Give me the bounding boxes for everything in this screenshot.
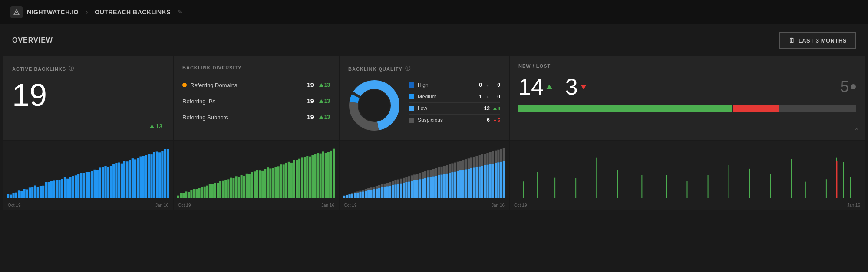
chart4-canvas <box>513 144 861 207</box>
quality-delta-up-icon <box>493 107 497 110</box>
site-name: NIGHTWATCH.IO <box>27 9 79 16</box>
backlink-quality-info-icon[interactable]: ⓘ <box>405 65 411 72</box>
quality-delta-up-red-icon <box>493 119 497 121</box>
chart2-label-left: Oct 19 <box>178 203 191 208</box>
diversity-delta-up-icon <box>319 83 323 87</box>
date-filter-button[interactable]: 🗓 LAST 3 MONTHS <box>779 32 856 49</box>
new-lost-title: NEW / LOST <box>518 63 856 69</box>
active-backlinks-count: 19 <box>12 79 164 111</box>
active-backlinks-card: ACTIVE BACKLINKS ⓘ 19 13 <box>3 56 173 140</box>
new-arrow-up <box>546 85 552 89</box>
chart1-canvas <box>7 144 169 207</box>
logo-icon <box>13 9 20 16</box>
diversity-right-referring-subnets: 19 13 <box>307 114 330 121</box>
chart1-label-right: Jan 16 <box>155 203 168 208</box>
quality-row-medium: Medium 1 ● 0 <box>409 91 500 103</box>
diversity-row-referring-domains: Referring Domains 19 13 <box>182 77 330 93</box>
cards-grid: ACTIVE BACKLINKS ⓘ 19 13 BACKLINK DIVERS… <box>0 56 868 140</box>
chart3-canvas <box>343 144 505 207</box>
chevron-up-icon[interactable]: ⌃ <box>854 127 859 135</box>
quality-box-medium <box>409 94 414 99</box>
donut-chart <box>348 79 400 131</box>
calendar-icon: 🗓 <box>789 37 795 44</box>
bar-red <box>733 105 779 112</box>
breadcrumb-separator: › <box>86 8 88 16</box>
diversity-delta-up-icon-3 <box>319 115 323 119</box>
overview-bar: OVERVIEW 🗓 LAST 3 MONTHS <box>0 24 868 56</box>
logo <box>10 6 23 18</box>
diversity-row-referring-ips: Referring IPs 19 13 <box>182 93 330 109</box>
backlink-quality-title: BACKLINK QUALITY ⓘ <box>348 65 500 72</box>
new-lost-counts: 14 3 5 <box>518 75 856 98</box>
chart-diversity: Oct 19 Jan 16 <box>174 141 339 210</box>
lost-arrow-down <box>581 85 587 89</box>
chart3-label-left: Oct 19 <box>344 203 356 208</box>
chart-active-backlinks: Oct 19 Jan 16 <box>3 141 173 210</box>
section-name: OUTREACH BACKLINKS <box>95 9 171 16</box>
svg-point-5 <box>359 90 390 121</box>
quality-box-suspicious <box>409 118 414 123</box>
active-backlinks-delta: 13 <box>150 123 162 130</box>
bar-gray <box>779 105 856 112</box>
chart2-canvas <box>177 144 335 207</box>
header: NIGHTWATCH.IO › OUTREACH BACKLINKS ✎ <box>0 0 868 24</box>
diversity-row-referring-subnets: Referring Subnets 19 13 <box>182 109 330 125</box>
quality-row-high: High 0 ● 0 <box>409 79 500 91</box>
new-lost-card: NEW / LOST 14 3 5 ⌃ <box>510 56 865 140</box>
edit-icon[interactable]: ✎ <box>178 9 182 15</box>
new-lost-bar <box>518 105 856 112</box>
diversity-delta-up-icon-2 <box>319 99 323 103</box>
lost-count: 3 <box>565 75 578 98</box>
diversity-label-referring-subnets: Referring Subnets <box>182 114 228 121</box>
quality-legend: High 0 ● 0 Medium 1 ● 0 Low 12 <box>409 79 500 126</box>
overview-label: OVERVIEW <box>12 36 53 44</box>
svg-point-0 <box>16 12 17 13</box>
diversity-label-referring-domains: Referring Domains <box>182 82 237 88</box>
chart-new-lost: Oct 19 Jan 16 <box>510 141 865 210</box>
backlink-quality-card: BACKLINK QUALITY ⓘ <box>340 56 509 140</box>
chart3-label-right: Jan 16 <box>492 203 505 208</box>
donut-svg <box>348 79 400 131</box>
quality-box-low <box>409 106 414 111</box>
diversity-label-referring-ips: Referring IPs <box>182 98 215 105</box>
chart4-label-left: Oct 19 <box>514 203 527 208</box>
chart2-label-right: Jan 16 <box>321 203 334 208</box>
active-backlinks-title: ACTIVE BACKLINKS ⓘ <box>12 65 164 72</box>
quality-box-high <box>409 82 414 88</box>
diversity-right-referring-ips: 19 13 <box>307 98 330 105</box>
delta-up-icon <box>150 125 154 128</box>
chart-quality: Oct 19 Jan 16 <box>340 141 509 210</box>
neutral-circle-icon <box>851 84 856 89</box>
lost-down-icon <box>581 85 587 89</box>
bar-green <box>518 105 732 112</box>
dot-orange-icon <box>182 83 187 87</box>
quality-row-low: Low 12 8 <box>409 103 500 115</box>
chart4-label-right: Jan 16 <box>847 203 860 208</box>
backlink-diversity-card: BACKLINK DIVERSITY Referring Domains 19 … <box>174 56 339 140</box>
quality-row-suspicious: Suspicious 6 5 <box>409 115 500 126</box>
charts-row: Oct 19 Jan 16 Oct 19 Jan 16 Oct 19 Jan 1… <box>0 140 868 214</box>
new-count: 14 <box>518 75 544 98</box>
date-filter-label: LAST 3 MONTHS <box>799 37 847 44</box>
quality-card-content: High 0 ● 0 Medium 1 ● 0 Low 12 <box>348 79 500 131</box>
active-backlinks-info-icon[interactable]: ⓘ <box>69 65 74 72</box>
chart1-label-left: Oct 19 <box>8 203 20 208</box>
new-up-icon <box>546 85 552 89</box>
neutral-count: 5 <box>840 78 856 96</box>
diversity-right-referring-domains: 19 13 <box>307 82 330 88</box>
backlink-diversity-title: BACKLINK DIVERSITY <box>182 65 330 70</box>
